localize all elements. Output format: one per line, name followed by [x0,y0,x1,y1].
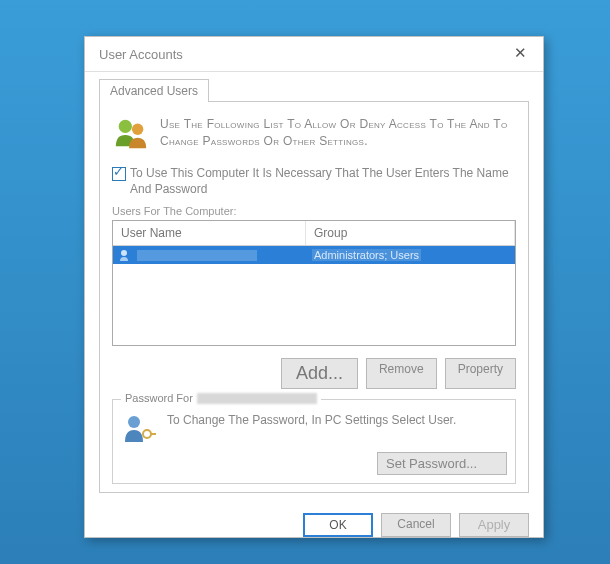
svg-rect-5 [150,433,156,435]
column-group[interactable]: Group [306,221,515,245]
users-listbox[interactable]: User Name Group Administ [112,220,516,346]
tab-strip: Advanced Users [99,78,529,102]
intro-text: Use The Following List To Allow Or Deny … [160,116,516,152]
remove-button[interactable]: Remove [366,358,437,389]
tab-panel: Use The Following List To Allow Or Deny … [99,102,529,493]
cancel-button[interactable]: Cancel [381,513,451,537]
titlebar: User Accounts ✕ [85,37,543,72]
column-username[interactable]: User Name [113,221,306,245]
svg-point-3 [128,416,140,428]
users-list-label: Users For The Computer: [112,205,516,217]
redacted-username-legend [197,393,317,404]
redacted-username [137,250,257,261]
password-row: To Change The Password, In PC Settings S… [121,412,507,446]
list-buttons: Add... Remove Property [112,358,516,389]
require-login-row: To Use This Computer It Is Necessary Tha… [112,166,516,197]
password-legend: Password For [121,392,321,404]
tab-advanced-users[interactable]: Advanced Users [99,79,209,102]
require-login-checkbox[interactable] [112,167,126,181]
user-icon [119,249,133,261]
list-header: User Name Group [113,221,515,246]
add-button[interactable]: Add... [281,358,358,389]
require-login-label: To Use This Computer It Is Necessary Tha… [130,166,516,197]
property-button[interactable]: Property [445,358,516,389]
password-fieldset: Password For To Change The Password, In … [112,399,516,484]
users-icon [112,116,150,152]
password-legend-text: Password For [125,392,193,404]
row-group-cell: Administrators; Users [306,246,515,264]
dialog-button-row: OK Cancel Apply [85,503,543,545]
row-user-cell [113,246,306,264]
password-text: To Change The Password, In PC Settings S… [167,412,456,429]
apply-button[interactable]: Apply [459,513,529,537]
ok-button[interactable]: OK [303,513,373,537]
password-button-row: Set Password... [121,452,507,475]
svg-point-0 [119,120,132,133]
svg-point-2 [121,250,127,256]
table-row[interactable]: Administrators; Users [113,246,515,264]
dialog-title: User Accounts [99,47,183,62]
svg-point-4 [143,430,151,438]
svg-point-1 [132,124,143,135]
row-group-text: Administrators; Users [312,249,421,261]
user-accounts-dialog: User Accounts ✕ Advanced Users Use The F… [84,36,544,538]
intro-row: Use The Following List To Allow Or Deny … [110,112,518,156]
close-button[interactable]: ✕ [505,43,535,65]
set-password-button[interactable]: Set Password... [377,452,507,475]
dialog-content: Advanced Users Use The Following List To… [85,72,543,503]
key-user-icon [121,412,157,446]
